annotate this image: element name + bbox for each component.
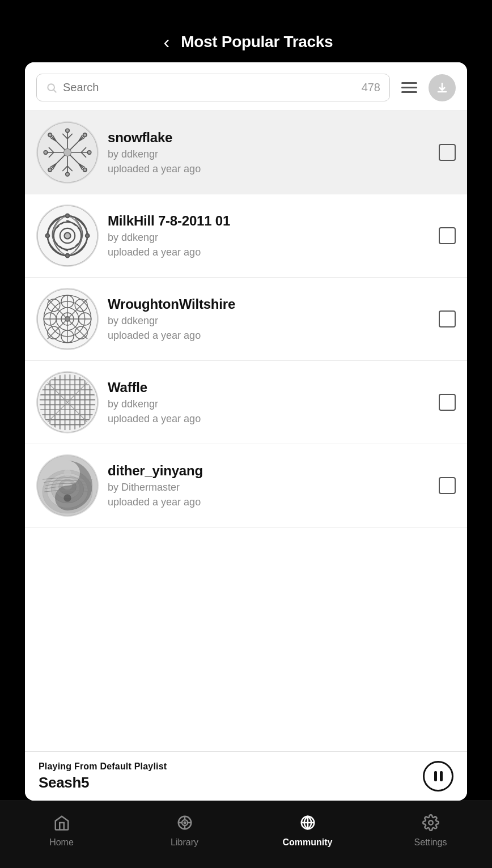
nav-item-community[interactable]: Community — [246, 808, 369, 852]
track-name: dither_yinyang — [108, 463, 430, 479]
search-input[interactable] — [63, 81, 356, 94]
library-icon — [175, 812, 195, 833]
page-title: Most Popular Tracks — [181, 33, 333, 51]
svg-point-92 — [63, 494, 71, 501]
track-author: by ddkengr — [108, 315, 430, 327]
track-name: MilkHill 7-8-2011 01 — [108, 213, 430, 229]
track-checkbox[interactable] — [439, 394, 456, 411]
svg-point-27 — [87, 151, 91, 155]
svg-point-95 — [184, 822, 185, 824]
back-button[interactable]: ‹ — [159, 33, 175, 51]
now-playing-bar: Playing From Default Playlist Seash5 — [25, 751, 467, 801]
svg-point-37 — [66, 254, 70, 258]
track-thumbnail — [36, 454, 99, 517]
track-time: uploaded a year ago — [108, 246, 430, 258]
waffle-art — [36, 371, 99, 433]
download-button[interactable] — [429, 74, 456, 101]
track-item[interactable]: snowflake by ddkengr uploaded a year ago — [25, 111, 467, 194]
bottom-navigation: Home Library — [0, 801, 492, 868]
svg-point-25 — [66, 172, 70, 176]
settings-icon — [421, 812, 441, 833]
track-info: Waffle by ddkengr uploaded a year ago — [108, 380, 430, 425]
track-time: uploaded a year ago — [108, 330, 430, 342]
nav-item-library[interactable]: Library — [123, 808, 246, 852]
track-thumbnail — [36, 205, 99, 267]
search-icon — [46, 82, 57, 93]
svg-point-38 — [46, 234, 50, 238]
menu-button[interactable] — [398, 79, 421, 96]
svg-point-39 — [86, 234, 90, 238]
svg-point-0 — [48, 84, 54, 91]
nav-item-home[interactable]: Home — [0, 808, 123, 852]
track-list: snowflake by ddkengr uploaded a year ago — [25, 111, 467, 751]
track-item[interactable]: Waffle by ddkengr uploaded a year ago — [25, 361, 467, 444]
track-author: by Dithermaster — [108, 482, 430, 493]
track-author: by ddkengr — [108, 398, 430, 410]
svg-point-28 — [48, 133, 52, 137]
now-playing-info: Playing From Default Playlist Seash5 — [39, 761, 167, 792]
menu-icon — [401, 87, 417, 88]
svg-point-29 — [83, 133, 87, 137]
milkhill-art — [36, 205, 99, 267]
track-name: WroughtonWiltshire — [108, 296, 430, 312]
menu-icon — [401, 82, 417, 84]
dither-art — [36, 454, 99, 517]
community-icon — [298, 812, 318, 833]
pause-button[interactable] — [423, 761, 453, 792]
track-checkbox[interactable] — [439, 227, 456, 244]
track-checkbox[interactable] — [439, 144, 456, 161]
download-icon — [435, 81, 449, 95]
svg-point-36 — [66, 214, 70, 218]
menu-icon — [401, 91, 417, 93]
content-card: 478 — [25, 62, 467, 801]
svg-point-31 — [83, 168, 87, 172]
now-playing-track: Seash5 — [39, 774, 167, 792]
pause-icon — [434, 771, 443, 781]
track-author: by ddkengr — [108, 148, 430, 160]
track-info: snowflake by ddkengr uploaded a year ago — [108, 130, 430, 175]
track-author: by ddkengr — [108, 232, 430, 244]
svg-point-26 — [44, 151, 48, 155]
track-info: WroughtonWiltshire by ddkengr uploaded a… — [108, 296, 430, 342]
now-playing-from: Playing From Default Playlist — [39, 761, 167, 772]
home-icon — [52, 812, 72, 833]
search-area: 478 — [25, 62, 467, 101]
phone-container: ‹ Most Popular Tracks 478 — [0, 0, 492, 868]
nav-label-settings: Settings — [414, 837, 447, 848]
nav-label-community: Community — [283, 837, 333, 848]
track-thumbnail — [36, 371, 99, 433]
svg-point-58 — [65, 317, 70, 322]
svg-line-1 — [54, 90, 57, 92]
track-checkbox[interactable] — [439, 310, 456, 327]
svg-point-24 — [66, 129, 70, 133]
track-item[interactable]: dither_yinyang by Dithermaster uploaded … — [25, 444, 467, 527]
svg-point-23 — [63, 148, 71, 156]
track-time: uploaded a year ago — [108, 496, 430, 508]
track-thumbnail — [36, 288, 99, 350]
snowflake-art — [36, 121, 99, 184]
svg-point-91 — [63, 469, 71, 476]
nav-label-library: Library — [171, 837, 198, 848]
nav-label-home: Home — [49, 837, 74, 848]
search-count: 478 — [362, 81, 380, 94]
track-item[interactable]: MilkHill 7-8-2011 01 by ddkengr uploaded… — [25, 194, 467, 278]
svg-point-30 — [48, 168, 52, 172]
track-name: snowflake — [108, 130, 430, 146]
svg-point-40 — [65, 233, 71, 239]
track-checkbox[interactable] — [439, 477, 456, 494]
track-info: MilkHill 7-8-2011 01 by ddkengr uploaded… — [108, 213, 430, 258]
track-time: uploaded a year ago — [108, 163, 430, 175]
track-info: dither_yinyang by Dithermaster uploaded … — [108, 463, 430, 508]
search-box: 478 — [36, 74, 390, 101]
wroughton-art — [36, 288, 99, 350]
nav-item-settings[interactable]: Settings — [369, 808, 492, 852]
track-thumbnail — [36, 121, 99, 184]
svg-point-103 — [429, 820, 433, 825]
track-time: uploaded a year ago — [108, 413, 430, 425]
track-item[interactable]: WroughtonWiltshire by ddkengr uploaded a… — [25, 278, 467, 361]
track-name: Waffle — [108, 380, 430, 395]
header: ‹ Most Popular Tracks — [146, 17, 347, 62]
